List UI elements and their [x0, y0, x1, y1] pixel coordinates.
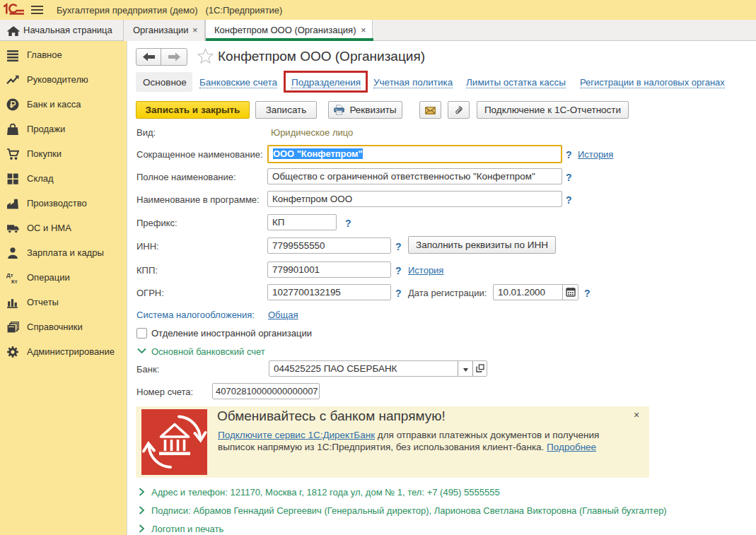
svg-text:Кт: Кт: [11, 278, 18, 284]
svg-text:Дт: Дт: [6, 272, 13, 278]
